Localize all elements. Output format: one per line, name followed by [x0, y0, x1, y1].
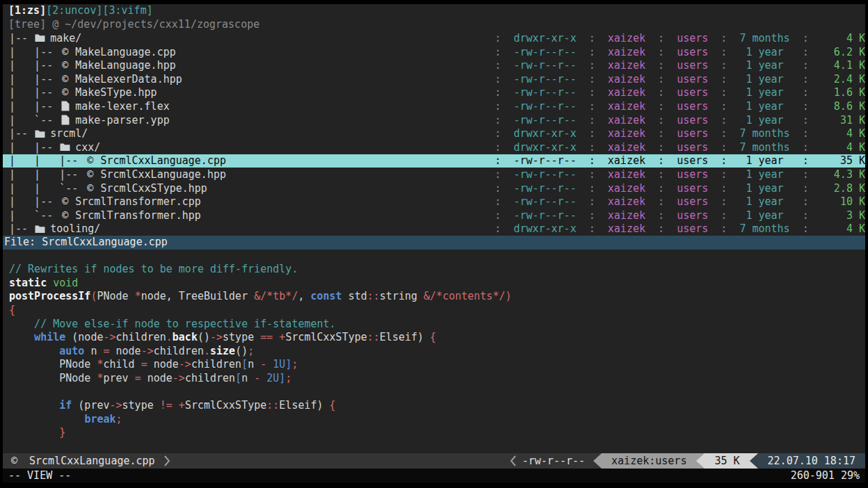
column-separator: :: [652, 127, 670, 140]
file-icon: [59, 115, 71, 125]
file-entry: | | |-- ©SrcmlCxxLanguage.cpp: [9, 154, 488, 167]
column-separator: :: [652, 222, 670, 235]
tree-row[interactable]: |-- tooling/:drwxr-xr-x:xaizek:users:7 m…: [3, 222, 865, 236]
tree-branch-lines: | |--: [9, 73, 59, 86]
tree-branch-lines: |--: [9, 222, 34, 235]
file-tree: |-- make/:drwxr-xr-x:xaizek:users:7 mont…: [3, 31, 865, 236]
statusline-datetime: 22.07.10 18:17: [758, 453, 865, 469]
col-perm: -rw-r--r--: [507, 209, 582, 222]
tree-row[interactable]: | |-- make-lexer.flex:-rw-r--r--:xaizek:…: [3, 99, 865, 113]
code-line: }: [9, 426, 865, 440]
column-separator: :: [714, 209, 733, 222]
column-separator: :: [488, 86, 507, 99]
column-separator: :: [714, 32, 733, 44]
column-separator: :: [488, 168, 507, 181]
column-separator: :: [583, 127, 602, 140]
column-separator: :: [488, 73, 507, 86]
tree-row[interactable]: | |-- ©MakeSType.hpp:-rw-r--r--:xaizek:u…: [3, 86, 865, 100]
file-name: make-lexer.flex: [75, 100, 169, 113]
column-separator: :: [796, 100, 815, 113]
tree-branch-lines: | |--: [9, 46, 59, 58]
column-separator: :: [714, 86, 733, 99]
col-perm: drwxr-xr-x: [507, 127, 582, 140]
col-size: 8.6 K: [815, 100, 865, 113]
tree-row[interactable]: | |-- cxx/:drwxr-xr-x:xaizek:users:7 mon…: [3, 140, 865, 154]
col-group: users: [670, 154, 714, 167]
tmux-window[interactable]: [1:zs]: [8, 4, 46, 17]
tmux-window[interactable]: [2:uncov]: [46, 4, 102, 17]
tree-row[interactable]: | `-- ©SrcmlTransformer.hpp:-rw-r--r--:x…: [3, 209, 865, 222]
file-entry: | | `-- ©SrcmlCxxSType.hpp: [9, 182, 488, 195]
col-date: 1 year: [733, 154, 796, 167]
column-separator: :: [714, 100, 733, 113]
column-separator: :: [796, 154, 815, 167]
file-name: MakeLanguage.hpp: [75, 59, 176, 72]
column-separator: :: [796, 86, 815, 99]
file-icon: [59, 101, 71, 111]
file-name: SrcmlTransformer.cpp: [75, 195, 201, 208]
col-perm: -rw-r--r--: [507, 114, 582, 127]
file-name: SrcmlCxxLanguage.hpp: [100, 168, 226, 181]
mode-line: -- VIEW -- 260-901 29%: [3, 469, 865, 482]
column-separator: :: [714, 168, 733, 181]
tree-row[interactable]: | |-- ©MakeLexerData.hpp:-rw-r--r--:xaiz…: [3, 72, 865, 86]
col-owner: xaizek: [602, 59, 652, 72]
col-group: users: [670, 46, 714, 58]
col-date: 1 year: [733, 209, 796, 222]
tree-row[interactable]: |-- srcml/:drwxr-xr-x:xaizek:users:7 mon…: [3, 127, 865, 140]
column-separator: :: [652, 73, 670, 86]
column-separator: :: [796, 114, 815, 127]
col-date: 1 year: [733, 114, 796, 127]
code-line: break;: [9, 413, 865, 427]
file-entry: |-- srcml/: [9, 127, 488, 140]
col-date: 1 year: [733, 46, 796, 58]
col-size: 4.3 K: [815, 168, 865, 181]
column-separator: :: [583, 209, 602, 222]
column-separator: :: [583, 100, 602, 113]
col-perm: -rw-r--r--: [507, 46, 582, 58]
column-separator: :: [652, 141, 670, 154]
column-separator: :: [796, 168, 815, 181]
col-date: 1 year: [733, 168, 796, 181]
tree-row[interactable]: | | |-- ©SrcmlCxxLanguage.cpp:-rw-r--r--…: [3, 154, 865, 168]
tree-branch-lines: | |--: [9, 86, 59, 99]
tree-row[interactable]: | |-- ©MakeLanguage.hpp:-rw-r--r--:xaize…: [3, 58, 865, 72]
cpp-icon: ©: [59, 86, 71, 99]
tree-row[interactable]: |-- make/:drwxr-xr-x:xaizek:users:7 mont…: [3, 31, 865, 45]
column-separator: :: [796, 32, 815, 44]
column-separator: :: [488, 59, 507, 72]
statusline-owner-group: xaizek:users: [602, 453, 696, 469]
file-name: tooling/: [50, 222, 100, 235]
tree-row[interactable]: | | `-- ©SrcmlCxxSType.hpp:-rw-r--r--:xa…: [3, 181, 865, 195]
col-owner: xaizek: [602, 141, 652, 154]
column-separator: :: [652, 154, 670, 167]
col-group: users: [670, 222, 714, 235]
col-perm: -rw-r--r--: [507, 182, 582, 195]
col-size: 4 K: [815, 32, 865, 44]
file-name: make/: [50, 32, 81, 44]
tree-row[interactable]: | | |-- ©SrcmlCxxLanguage.hpp:-rw-r--r--…: [3, 168, 865, 181]
col-group: users: [670, 195, 714, 208]
col-date: 1 year: [733, 195, 796, 208]
col-perm: -rw-r--r--: [507, 100, 582, 113]
column-separator: :: [796, 222, 815, 235]
col-owner: xaizek: [602, 222, 652, 235]
file-name: srcml/: [50, 127, 88, 140]
column-separator: :: [714, 195, 733, 208]
tree-branch-lines: | | `--: [9, 182, 84, 195]
tree-row[interactable]: | |-- ©MakeLanguage.cpp:-rw-r--r--:xaize…: [3, 45, 865, 59]
col-owner: xaizek: [602, 46, 652, 58]
code-line: postProcessIf(PNode *node, TreeBuilder &…: [9, 290, 865, 304]
powerline-separator-icon: [593, 453, 602, 469]
column-separator: :: [652, 86, 670, 99]
col-size: 10 K: [815, 195, 865, 208]
col-size: 4 K: [815, 141, 865, 154]
column-separator: :: [488, 182, 507, 195]
col-perm: -rw-r--r--: [507, 168, 582, 181]
tree-row[interactable]: | `-- make-parser.ypp:-rw-r--r--:xaizek:…: [3, 113, 865, 127]
col-perm: -rw-r--r--: [507, 195, 582, 208]
column-separator: :: [488, 127, 507, 140]
tree-row[interactable]: | |-- ©SrcmlTransformer.cpp:-rw-r--r--:x…: [3, 195, 865, 209]
tmux-window[interactable]: [3:vifm]: [102, 4, 152, 17]
column-separator: :: [583, 32, 602, 44]
